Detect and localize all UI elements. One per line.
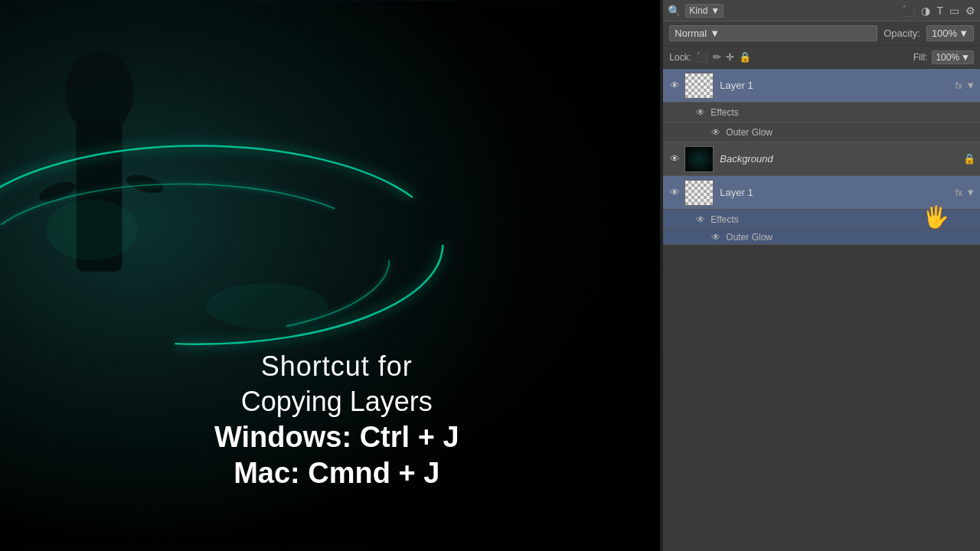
lock-brush-icon[interactable]: ✏ <box>713 51 721 63</box>
filter-bar: 🔍 Kind ▼ ⬛ ◑ T ▭ ⚙ <box>663 0 980 21</box>
copy-thumb-checker <box>685 181 713 205</box>
copy-outer-glow-row: 👁 Outer Glow <box>663 230 980 245</box>
svg-point-8 <box>206 283 328 329</box>
layer-row-layer1[interactable]: 👁 Layer 1 fx ▼ <box>663 69 980 103</box>
blend-mode-value: Normal <box>675 28 707 39</box>
kind-label: Kind <box>689 5 707 16</box>
type-filter-icon[interactable]: T <box>936 5 943 17</box>
overlay-text: Shortcut for Copying Layers Windows: Ctr… <box>214 350 459 490</box>
copy-effects-label: Effects <box>710 214 738 225</box>
background-thumbnail <box>684 146 714 172</box>
opacity-value[interactable]: 100% ▼ <box>926 25 974 41</box>
copy-layer-fx-icon[interactable]: fx <box>956 187 962 198</box>
layers-list: 👁 Layer 1 fx ▼ 👁 Effects 👁 Outer Glow 👁 … <box>663 69 980 551</box>
fill-value[interactable]: 100% ▼ <box>932 51 974 64</box>
opacity-number: 100% <box>932 28 957 39</box>
smart-filter-icon[interactable]: ⚙ <box>965 5 975 17</box>
opacity-label: Opacity: <box>884 28 920 39</box>
background-thumb-bg <box>685 147 713 171</box>
copy-outer-glow-label: Outer Glow <box>726 232 773 243</box>
lock-transparency-icon[interactable]: ⬛ <box>696 51 708 63</box>
blend-mode-arrow: ▼ <box>710 28 720 39</box>
kind-dropdown-arrow: ▼ <box>710 5 720 16</box>
pixel-filter-icon[interactable]: ⬛ <box>902 5 915 17</box>
bottom-area: 👁 Layer 1 fx ▼ 👁 Effects 👁 Outer Glow 🖐 <box>663 176 980 245</box>
blend-mode-dropdown[interactable]: Normal ▼ <box>669 25 877 41</box>
lock-move-icon[interactable]: ✛ <box>726 51 734 63</box>
layer1-expand-icon[interactable]: ▼ <box>965 80 975 91</box>
copy-layer-expand-icon[interactable]: ▼ <box>965 187 975 198</box>
outer-glow-label: Outer Glow <box>726 127 773 138</box>
fill-arrow: ▼ <box>961 52 970 63</box>
background-lock-icon: 🔒 <box>963 153 975 165</box>
effects-label: Effects <box>710 107 738 118</box>
lock-fill-row: Lock: ⬛ ✏ ✛ 🔒 Fill: 100% ▼ <box>663 46 980 69</box>
outer-glow-visibility-icon[interactable]: 👁 <box>709 126 723 139</box>
copy-layer-name: Layer 1 <box>720 187 952 198</box>
layer1-fx-icon[interactable]: fx <box>956 80 962 91</box>
fill-number: 100% <box>936 52 959 63</box>
lock-all-icon[interactable]: 🔒 <box>739 51 751 63</box>
copy-layer-visibility-icon[interactable]: 👁 <box>668 186 681 200</box>
copy-effects-visibility-icon[interactable]: 👁 <box>694 213 707 227</box>
lock-label: Lock: <box>669 52 691 63</box>
copy-layer-thumbnail <box>684 180 714 206</box>
svg-point-7 <box>46 199 138 260</box>
shape-filter-icon[interactable]: ▭ <box>949 5 959 17</box>
outer-glow-row: 👁 Outer Glow <box>663 122 980 142</box>
background-name: Background <box>720 153 960 165</box>
opacity-arrow: ▼ <box>959 28 969 39</box>
canvas-area: Shortcut for Copying Layers Windows: Ctr… <box>0 0 660 551</box>
kind-dropdown[interactable]: Kind ▼ <box>685 4 724 18</box>
overlay-line2: Copying Layers <box>214 386 459 418</box>
blend-mode-row: Normal ▼ Opacity: 100% ▼ <box>663 21 980 46</box>
layer1-visibility-icon[interactable]: 👁 <box>668 79 681 93</box>
fill-label: Fill: <box>913 52 928 63</box>
layer1-thumbnail <box>684 73 714 99</box>
layer1-thumb-checker <box>685 73 713 98</box>
overlay-line4: Mac: Cmnd + J <box>214 457 459 490</box>
filter-icons: ⬛ ◑ T ▭ ⚙ <box>902 5 975 17</box>
overlay-line1: Shortcut for <box>214 350 459 383</box>
layer1-name: Layer 1 <box>720 80 952 91</box>
adjustment-filter-icon[interactable]: ◑ <box>921 5 930 17</box>
layer-row-background[interactable]: 👁 Background 🔒 <box>663 142 980 176</box>
filter-icon: 🔍 <box>668 5 681 17</box>
layers-panel: 🔍 Kind ▼ ⬛ ◑ T ▭ ⚙ Normal ▼ Opacity: 100… <box>663 0 980 551</box>
overlay-line3: Windows: Ctrl + J <box>214 421 459 454</box>
copy-outer-glow-visibility[interactable]: 👁 <box>709 230 723 244</box>
effects-visibility-icon[interactable]: 👁 <box>694 106 707 119</box>
layer1-effects-row: 👁 Effects <box>663 103 980 122</box>
cursor-hand-icon: 🖐 <box>923 204 949 230</box>
background-visibility-icon[interactable]: 👁 <box>668 152 681 166</box>
